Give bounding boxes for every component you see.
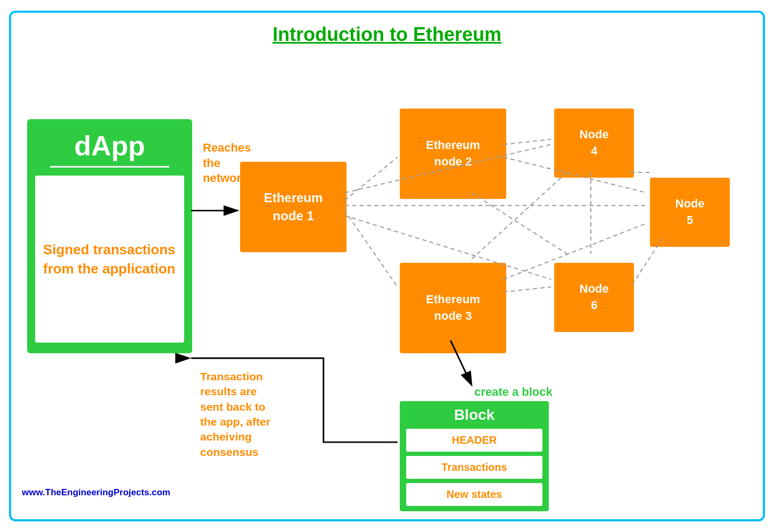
- block-title: Block: [406, 406, 542, 423]
- block-newstates-text: New states: [447, 488, 503, 500]
- dapp-inner-text: Signed transactions from the application: [43, 240, 176, 279]
- node4-box: Node4: [554, 109, 634, 178]
- outer-border: Introduction to Ethereum dApp Signed tra…: [9, 11, 765, 521]
- node2-box: Ethereumnode 2: [400, 109, 506, 199]
- node6-text: Node6: [580, 281, 609, 314]
- node5-box: Node5: [650, 178, 730, 247]
- dapp-underline: [50, 166, 169, 168]
- website-url: www.TheEngineeringProjects.com: [22, 487, 170, 498]
- node3-box: Ethereumnode 3: [400, 263, 506, 353]
- diagram: dApp Signed transactions from the applic…: [11, 55, 763, 503]
- create-block-label: create a block: [474, 385, 553, 399]
- node5-text: Node5: [676, 196, 705, 229]
- dapp-label: dApp: [75, 130, 145, 162]
- node6-box: Node6: [554, 263, 634, 332]
- block-item-newstates: New states: [406, 483, 542, 506]
- node1-text: Ethereumnode 1: [264, 189, 323, 225]
- node3-text: Ethereumnode 3: [426, 292, 480, 325]
- results-label: Transactionresults aresent back tothe ap…: [200, 369, 270, 460]
- svg-line-13: [504, 287, 551, 292]
- node1-box: Ethereumnode 1: [240, 162, 347, 252]
- node4-text: Node4: [580, 127, 609, 160]
- block-box: Block HEADER Transactions New states: [400, 401, 549, 511]
- svg-line-4: [344, 211, 397, 287]
- block-transactions-text: Transactions: [441, 461, 507, 473]
- node2-text: Ethereumnode 2: [426, 137, 480, 170]
- block-item-transactions: Transactions: [406, 456, 542, 479]
- svg-line-10: [472, 193, 567, 254]
- dapp-inner: Signed transactions from the application: [35, 176, 184, 343]
- block-item-header: HEADER: [406, 429, 542, 452]
- page-title: Introduction to Ethereum: [11, 13, 763, 46]
- block-header-text: HEADER: [452, 434, 497, 446]
- dapp-box: dApp Signed transactions from the applic…: [27, 119, 192, 353]
- svg-line-3: [344, 157, 397, 200]
- svg-line-8: [504, 139, 551, 145]
